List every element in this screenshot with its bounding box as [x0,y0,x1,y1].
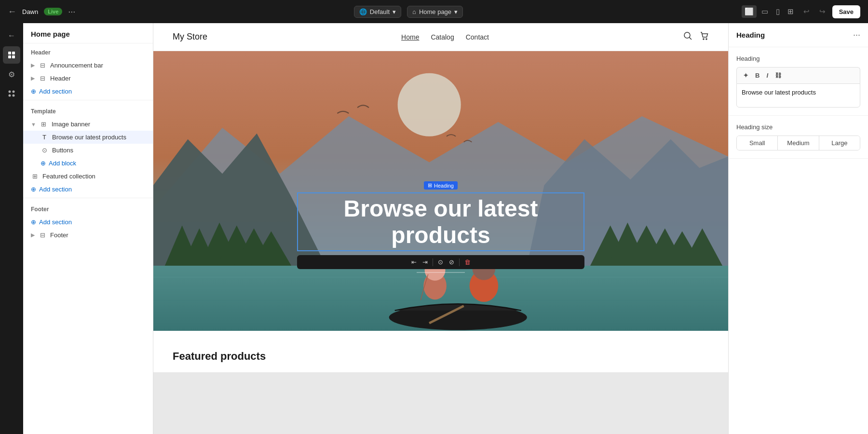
right-panel-more-button[interactable]: ··· [853,30,860,40]
nav-catalog[interactable]: Catalog [431,33,454,41]
layout-view-button[interactable]: ⊞ [785,5,797,18]
footer-label: Footer [50,231,68,239]
right-panel-header: Heading ··· [729,23,868,47]
page-selector[interactable]: ⌂ Home page ▾ [407,6,463,18]
left-panel: Home page Header ▶ ⊟ Announcement bar ▶ … [23,23,153,434]
add-section-label-2: Add section [39,186,72,193]
announcement-bar-label: Announcement bar [50,62,103,69]
footer-item[interactable]: ▶ ⊟ Footer [23,229,153,242]
browse-block-label: Browse our latest products [52,134,126,141]
add-section-label-1: Add section [39,88,72,95]
add-section-button-2[interactable]: ⊕ Add section [23,183,80,196]
link-tool-btn[interactable]: ⛓ [773,70,784,81]
bold-btn[interactable]: B [753,70,762,81]
left-panel-title: Home page [23,23,153,43]
announcement-bar-item[interactable]: ▶ ⊟ Announcement bar [23,59,153,72]
toolbar-divider-1 [433,258,433,266]
heading-edit-section: Heading ✦ B I ⛓ Browse our latest produc… [729,47,868,116]
nav-home[interactable]: Home [401,33,419,41]
align-center-btn[interactable]: ⇥ [420,257,430,267]
add-section-button-1[interactable]: ⊕ Add section [23,85,80,98]
hero-heading[interactable]: Browse our latest products [297,192,584,251]
heading-size-group: Small Medium Large [736,136,860,150]
search-icon[interactable] [683,31,692,43]
live-badge: Live [44,8,62,15]
buttons-block-item[interactable]: ⊙ Buttons [23,144,153,157]
header-section-label: Header [23,43,153,59]
chevron-right-icon: ▶ [31,62,35,68]
canvas-scroll[interactable]: My Store Home Catalog Contact [153,23,728,434]
browse-block-item[interactable]: T Browse our latest products [23,131,153,144]
nav-contact[interactable]: Contact [466,33,489,41]
text-editor-toolbar: ✦ B I ⛓ [736,67,860,83]
header-icon: ⊟ [39,75,46,82]
settings-icon-btn[interactable]: ⚙ [3,66,20,83]
size-medium-button[interactable]: Medium [778,136,819,150]
divider-2 [23,198,153,198]
heading-field-label: Heading [736,55,860,62]
tablet-view-button[interactable]: ▭ [759,5,771,18]
nav-back-icon-btn[interactable]: ← [3,27,20,44]
store-action-icons [683,31,709,43]
save-button[interactable]: Save [832,5,860,18]
hero-content: ⊞ Heading Browse our latest products ⇤ ⇥… [297,180,584,273]
add-block-button[interactable]: ⊕ Add block [23,157,84,170]
svg-point-4 [9,91,11,93]
svg-point-6 [9,95,11,97]
italic-btn[interactable]: I [764,70,771,81]
canvas-frame: My Store Home Catalog Contact [153,23,728,372]
footer-section-group: Footer ⊕ Add section ▶ ⊟ Footer [23,200,153,242]
announcement-bar-icon: ⊟ [39,62,46,69]
apps-icon-btn[interactable] [3,85,20,102]
heading-text-input[interactable]: Browse our latest products [736,83,860,108]
link-btn[interactable]: ⊙ [435,257,446,267]
redo-button[interactable]: ↪ [816,5,828,18]
disable-btn[interactable]: ⊘ [447,257,457,267]
desktop-view-button[interactable]: ⬜ [742,5,757,18]
drag-handle [417,272,465,273]
header-item[interactable]: ▶ ⊟ Header [23,72,153,85]
undo-button[interactable]: ↩ [800,5,813,18]
svg-rect-2 [8,55,11,58]
theme-selector[interactable]: 🌐 Default ▾ [354,6,401,18]
featured-collection-icon: ⊞ [31,173,39,180]
size-large-button[interactable]: Large [819,136,860,150]
align-left-btn[interactable]: ⇤ [409,257,419,267]
delete-btn[interactable]: 🗑 [462,257,473,267]
store-header: My Store Home Catalog Contact [153,23,728,51]
chevron-right-icon-2: ▶ [31,75,35,81]
mobile-view-button[interactable]: ▯ [773,5,783,18]
size-small-button[interactable]: Small [737,136,778,150]
svg-point-11 [706,39,707,40]
home-icon: ⌂ [412,8,416,15]
globe-icon: 🌐 [359,8,367,15]
heading-toolbar-popup: ⇤ ⇥ ⊙ ⊘ 🗑 [297,255,584,269]
featured-collection-item[interactable]: ⊞ Featured collection [23,170,153,183]
magic-tool-btn[interactable]: ✦ [741,70,751,81]
plus-circle-icon-3: ⊕ [31,186,36,193]
footer-section-label: Footer [23,200,153,216]
sections-icon-btn[interactable] [3,46,20,64]
heading-badge-icon: ⊞ [428,182,432,189]
svg-point-7 [13,95,15,97]
back-button[interactable]: ← [8,7,16,17]
cart-icon[interactable] [699,31,709,43]
add-section-label-3: Add section [39,218,72,226]
svg-point-8 [684,32,690,38]
svg-point-10 [703,39,704,40]
add-block-label: Add block [49,160,76,167]
svg-rect-3 [12,55,15,58]
heading-text-value: Browse our latest products [742,89,816,96]
add-section-button-3[interactable]: ⊕ Add section [23,216,80,229]
chevron-down-icon: ▾ [393,8,396,15]
heading-size-label: Heading size [736,123,860,131]
more-options-button[interactable]: ··· [68,7,75,17]
chevron-down-icon-3: ▼ [31,122,36,127]
plus-circle-icon-4: ⊕ [31,218,36,226]
heading-badge-label: Heading [434,183,454,189]
svg-line-9 [690,38,692,40]
main-layout: ← ⚙ Home page Header ▶ ⊟ Announcement ba… [0,23,868,434]
sidebar-icons: ← ⚙ [0,23,23,434]
heading-size-section: Heading size Small Medium Large [729,116,868,159]
image-banner-item[interactable]: ▼ ⊞ Image banner [23,118,153,131]
